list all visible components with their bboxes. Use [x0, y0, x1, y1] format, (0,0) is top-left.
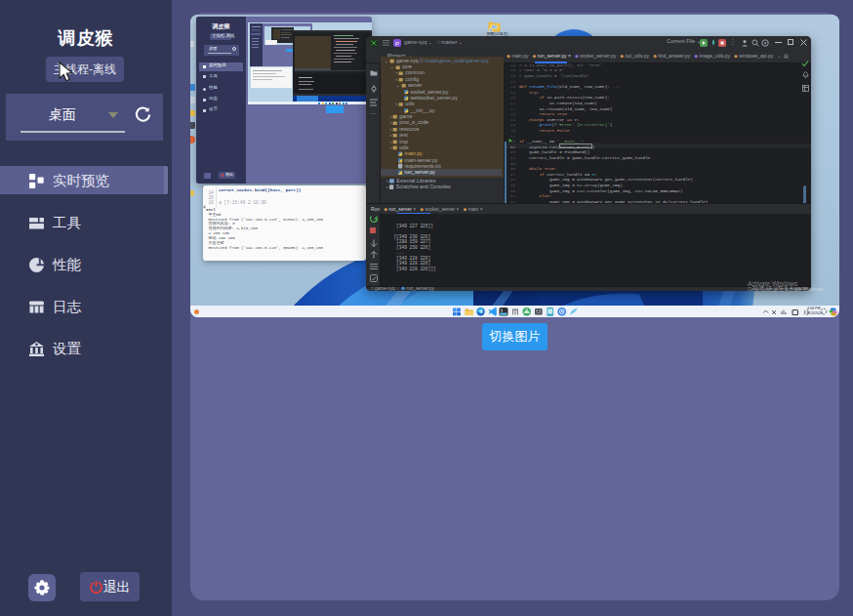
svg-text:P: P — [395, 40, 399, 46]
